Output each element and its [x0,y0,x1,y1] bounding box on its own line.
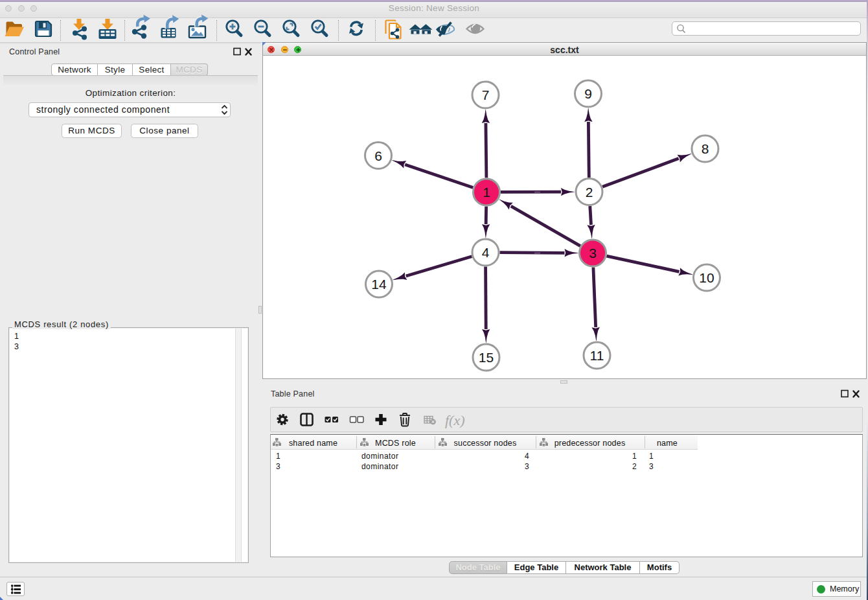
svg-text:7: 7 [482,87,490,102]
svg-text:9: 9 [584,86,592,101]
svg-text:4: 4 [482,245,490,260]
svg-text:8: 8 [702,141,709,156]
svg-text:10: 10 [699,270,714,285]
svg-text:2: 2 [586,185,593,200]
svg-text:15: 15 [479,350,494,365]
svg-text:3: 3 [589,246,597,260]
svg-text:f(x): f(x) [445,412,465,428]
svg-text:1: 1 [483,185,490,200]
svg-text:14: 14 [371,277,387,292]
svg-text:6: 6 [374,148,382,163]
svg-text:11: 11 [590,348,604,363]
